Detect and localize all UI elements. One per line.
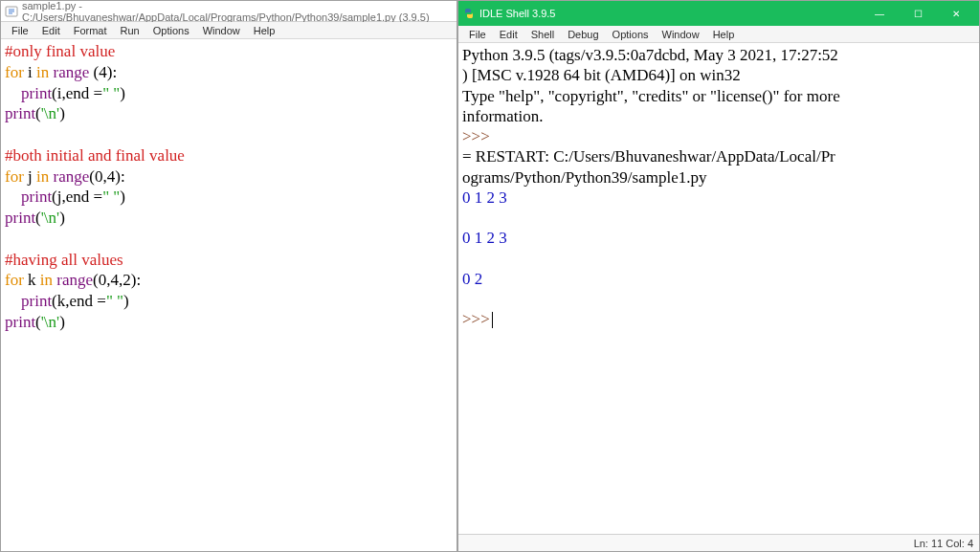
- shell-titlebar[interactable]: IDLE Shell 3.9.5 — ☐ ✕: [458, 1, 979, 26]
- minimize-button[interactable]: —: [860, 1, 899, 26]
- shell-banner: Type "help", "copyright", "credits" or "…: [462, 86, 975, 106]
- shell-output-line: 0 1 2 3: [462, 188, 975, 208]
- shell-window: IDLE Shell 3.9.5 — ☐ ✕ File Edit Shell D…: [457, 0, 980, 552]
- menu-window[interactable]: Window: [196, 24, 247, 37]
- menu-help[interactable]: Help: [247, 24, 282, 37]
- menu-options[interactable]: Options: [606, 28, 656, 41]
- code-comment: #only final value: [5, 42, 115, 60]
- menu-edit[interactable]: Edit: [493, 28, 524, 41]
- shell-title-text: IDLE Shell 3.9.5: [479, 8, 556, 19]
- menu-debug[interactable]: Debug: [561, 28, 605, 41]
- menu-help[interactable]: Help: [706, 28, 742, 41]
- shell-statusbar: Ln: 11 Col: 4: [458, 534, 979, 551]
- maximize-button[interactable]: ☐: [899, 1, 937, 26]
- editor-titlebar[interactable]: sample1.py - C:/Users/Bhuvaneshwar/AppDa…: [1, 1, 457, 22]
- shell-banner: Python 3.9.5 (tags/v3.9.5:0a7dcbd, May 3…: [462, 45, 975, 65]
- menu-shell[interactable]: Shell: [524, 28, 561, 41]
- code-keyword: for: [5, 63, 24, 81]
- menu-file[interactable]: File: [462, 28, 493, 41]
- code-comment: #both initial and final value: [5, 146, 185, 165]
- menu-file[interactable]: File: [5, 24, 35, 37]
- shell-banner: ) [MSC v.1928 64 bit (AMD64)] on win32: [462, 65, 975, 85]
- shell-restart: = RESTART: C:/Users/Bhuvaneshwar/AppData…: [462, 146, 975, 166]
- shell-output-line: 0 1 2 3: [462, 228, 975, 248]
- editor-menubar: File Edit Format Run Options Window Help: [1, 22, 457, 39]
- shell-prompt: >>>: [462, 127, 490, 145]
- menu-options[interactable]: Options: [146, 24, 196, 37]
- cursor-position: Ln: 11 Col: 4: [914, 538, 973, 549]
- menu-window[interactable]: Window: [656, 28, 706, 41]
- shell-menubar: File Edit Shell Debug Options Window Hel…: [458, 26, 979, 43]
- menu-run[interactable]: Run: [114, 24, 146, 37]
- editor-title-text: sample1.py - C:/Users/Bhuvaneshwar/AppDa…: [22, 0, 453, 23]
- shell-banner: information.: [462, 106, 975, 126]
- shell-prompt: >>>: [462, 310, 490, 328]
- editor-window: sample1.py - C:/Users/Bhuvaneshwar/AppDa…: [0, 0, 457, 552]
- shell-output-line: 0 2: [462, 269, 975, 289]
- window-controls: — ☐ ✕: [860, 1, 975, 26]
- menu-edit[interactable]: Edit: [35, 24, 67, 37]
- code-comment: #having all values: [5, 251, 123, 269]
- menu-format[interactable]: Format: [67, 24, 114, 37]
- shell-output[interactable]: Python 3.9.5 (tags/v3.9.5:0a7dcbd, May 3…: [458, 43, 979, 534]
- python-file-icon: [5, 5, 18, 18]
- close-button[interactable]: ✕: [937, 1, 975, 26]
- python-shell-icon: [462, 7, 476, 20]
- code-editor[interactable]: #only final value for i in range (4): pr…: [1, 39, 457, 551]
- shell-restart: ograms/Python/Python39/sample1.py: [462, 167, 975, 188]
- text-cursor: [492, 312, 493, 328]
